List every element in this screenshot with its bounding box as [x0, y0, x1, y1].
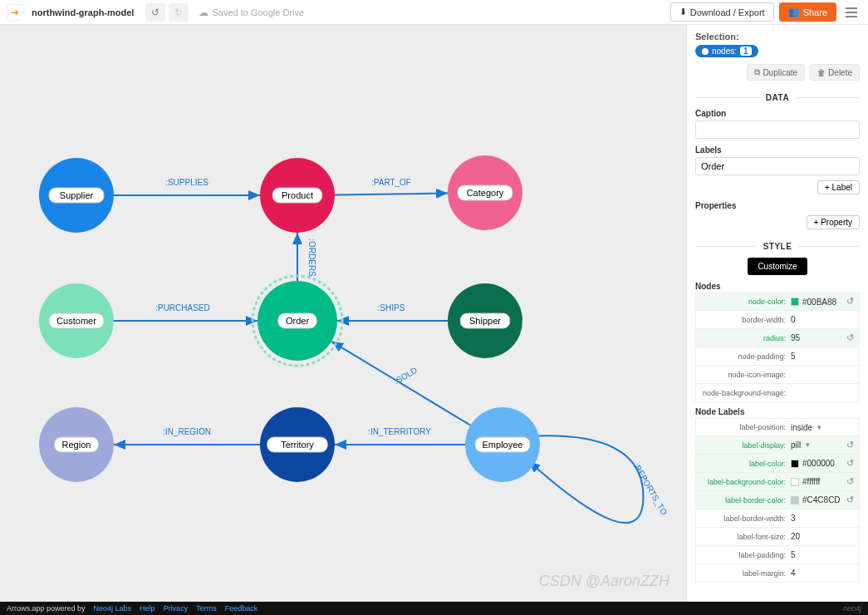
- node-label-text: Order: [286, 316, 309, 326]
- style-prop-row[interactable]: label-padding:5: [695, 546, 860, 564]
- revert-button[interactable]: ↺: [844, 476, 856, 488]
- node-label-text: Employee: [483, 440, 523, 450]
- style-prop-value[interactable]: pill▼: [791, 440, 844, 450]
- redo-button[interactable]: ↻: [169, 3, 189, 22]
- nodes-subheading: Nodes: [695, 282, 860, 291]
- relationship-label[interactable]: :REPORTS_TO: [632, 461, 669, 516]
- footer-neo4j-link[interactable]: Neo4j Labs: [94, 604, 132, 613]
- style-prop-row[interactable]: node-icon-image:: [695, 366, 860, 384]
- footer-link-terms[interactable]: Terms: [196, 604, 217, 613]
- style-prop-row[interactable]: node-padding:5: [695, 347, 860, 366]
- document-title[interactable]: northwind-graph-model: [32, 7, 134, 17]
- revert-button[interactable]: ↺: [844, 440, 856, 451]
- relationship-label[interactable]: :SUPPLIES: [165, 178, 208, 187]
- relationship-arrow[interactable]: [529, 435, 644, 523]
- node-labels-subheading: Node Labels: [695, 407, 860, 416]
- revert-button[interactable]: ↺: [844, 494, 856, 506]
- relationship-label[interactable]: :ORDERS: [307, 239, 316, 277]
- trash-icon: 🗑: [817, 68, 826, 77]
- style-prop-value[interactable]: 0: [791, 315, 856, 324]
- style-prop-key: label-margin:: [699, 569, 791, 578]
- relationship-label[interactable]: :PURCHASED: [155, 303, 210, 312]
- style-prop-value[interactable]: #000000: [791, 459, 844, 468]
- style-prop-key: label-border-color:: [699, 496, 791, 504]
- color-swatch: [791, 460, 799, 468]
- data-section-title: DATA: [759, 93, 796, 102]
- footer-link-help[interactable]: Help: [140, 604, 155, 613]
- style-prop-row[interactable]: label-font-size:20: [695, 528, 860, 546]
- style-prop-value[interactable]: 95: [791, 333, 844, 342]
- relationship-label[interactable]: :SOLD: [393, 366, 419, 386]
- style-prop-row[interactable]: label-display:pill▼↺: [695, 436, 860, 455]
- style-prop-value[interactable]: inside▼: [791, 423, 856, 432]
- properties-label: Properties: [695, 201, 860, 210]
- relationship-label[interactable]: :SHIPS: [378, 303, 405, 312]
- node-label-text: Region: [62, 440, 91, 450]
- add-property-button[interactable]: + Property: [807, 215, 860, 229]
- download-icon: ⬇: [679, 7, 687, 17]
- style-prop-row[interactable]: label-margin:4: [695, 564, 860, 583]
- style-prop-row[interactable]: label-position:inside▼: [695, 418, 860, 436]
- style-prop-key: node-background-image:: [699, 389, 791, 397]
- menu-button[interactable]: [841, 3, 861, 22]
- color-swatch: [791, 496, 799, 504]
- share-icon: 👥: [788, 7, 800, 17]
- labels-input[interactable]: [695, 157, 860, 175]
- style-prop-row[interactable]: node-color:#00BA88↺: [695, 293, 860, 311]
- footer-brand: neo4j: [843, 604, 861, 613]
- style-prop-value[interactable]: 4: [791, 568, 856, 578]
- style-prop-key: radius:: [699, 334, 791, 342]
- node-label-text: Supplier: [60, 190, 94, 200]
- download-export-button[interactable]: ⬇Download / Export: [670, 2, 774, 22]
- selection-heading: Selection:: [695, 32, 739, 42]
- style-prop-row[interactable]: border-width:0: [695, 311, 860, 329]
- style-prop-value[interactable]: 5: [791, 352, 856, 361]
- footer-powered-text: Arrows.app powered by: [7, 604, 86, 613]
- relationship-label[interactable]: :IN_REGION: [163, 427, 211, 436]
- style-prop-key: label-font-size:: [699, 533, 791, 541]
- style-prop-key: label-border-width:: [699, 514, 791, 523]
- share-button[interactable]: 👥Share: [779, 2, 836, 22]
- graph-canvas[interactable]: :SUPPLIES:PART_OF:ORDERS:PURCHASED:SHIPS…: [0, 25, 686, 602]
- footer-link-privacy[interactable]: Privacy: [164, 604, 189, 613]
- selection-chip[interactable]: nodes: 1: [695, 45, 758, 57]
- style-prop-value[interactable]: 20: [791, 532, 856, 541]
- relationship-label[interactable]: :IN_TERRITORY: [368, 427, 431, 436]
- style-prop-key: border-width:: [699, 316, 791, 324]
- revert-button[interactable]: ↺: [844, 332, 856, 344]
- style-section-title: STYLE: [757, 242, 799, 251]
- node-label-text: Shipper: [469, 316, 501, 326]
- node-dot-icon: [702, 48, 709, 55]
- style-prop-value[interactable]: #00BA88: [791, 298, 844, 307]
- add-label-button[interactable]: + Label: [817, 180, 860, 194]
- style-prop-row[interactable]: label-border-width:3: [695, 509, 860, 528]
- style-prop-key: label-position:: [699, 423, 791, 431]
- revert-button[interactable]: ↺: [844, 296, 856, 308]
- duplicate-icon: ⧉: [754, 67, 760, 77]
- relationship-arrow[interactable]: [335, 194, 448, 195]
- style-prop-value[interactable]: #C4C8CD: [791, 495, 844, 504]
- caption-input[interactable]: [695, 121, 860, 139]
- duplicate-button[interactable]: ⧉Duplicate: [747, 64, 805, 81]
- relationship-label[interactable]: :PART_OF: [371, 178, 411, 187]
- style-prop-value[interactable]: 5: [791, 550, 856, 559]
- style-prop-row[interactable]: label-border-color:#C4C8CD↺: [695, 491, 860, 509]
- style-prop-row[interactable]: radius:95↺: [695, 329, 860, 347]
- delete-button[interactable]: 🗑Delete: [810, 64, 860, 81]
- revert-button[interactable]: ↺: [844, 458, 856, 470]
- footer-bar: Arrows.app powered by Neo4j Labs Help Pr…: [0, 602, 868, 615]
- dropdown-caret-icon: ▼: [804, 441, 811, 449]
- style-prop-row[interactable]: label-color:#000000↺: [695, 455, 860, 473]
- undo-button[interactable]: ↺: [145, 3, 165, 22]
- style-prop-value[interactable]: 3: [791, 514, 856, 523]
- style-prop-row[interactable]: node-background-image:: [695, 384, 860, 402]
- style-prop-value[interactable]: #ffffff: [791, 477, 844, 486]
- dropdown-caret-icon: ▼: [816, 424, 822, 431]
- color-swatch: [791, 298, 799, 306]
- style-prop-row[interactable]: label-background-color:#ffffff↺: [695, 473, 860, 491]
- customize-button[interactable]: Customize: [748, 258, 807, 275]
- node-label-text: Customer: [56, 316, 96, 326]
- color-swatch: [791, 478, 799, 486]
- app-logo-icon: ➜: [7, 4, 23, 21]
- footer-link-feedback[interactable]: Feedback: [225, 604, 258, 613]
